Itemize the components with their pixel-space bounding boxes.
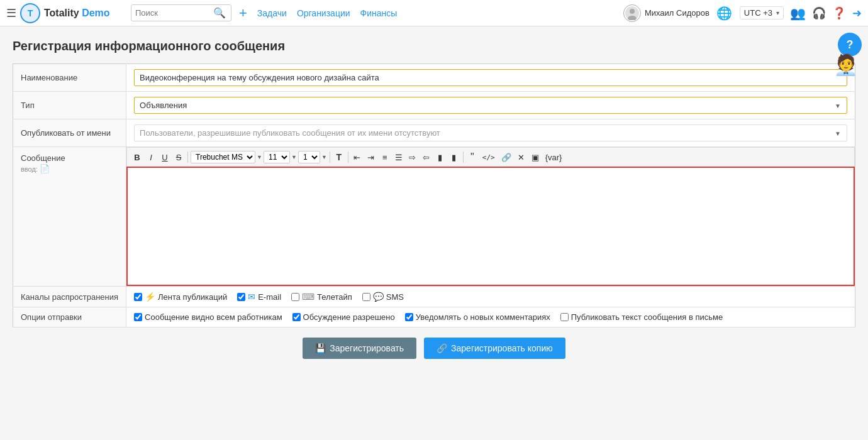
toolbar-divider-4 bbox=[463, 151, 464, 163]
outdent-button[interactable]: ⇦ bbox=[420, 151, 433, 163]
nav-finances[interactable]: Финансы bbox=[360, 8, 398, 18]
spacing-dropdown-icon: ▼ bbox=[321, 154, 327, 160]
options-cell: Сообщение видно всем работникам Обсужден… bbox=[126, 307, 855, 327]
nav-organizations[interactable]: Организации bbox=[297, 8, 350, 18]
register-copy-icon: 🔗 bbox=[437, 343, 447, 353]
line-spacing-select[interactable]: 1 bbox=[298, 151, 320, 163]
editor-toolbar: B I U S Trebuchet MS ▼ 11 ▼ 1 bbox=[126, 147, 855, 167]
search-area[interactable]: 🔍 bbox=[131, 4, 231, 21]
app-logo: T bbox=[20, 3, 40, 23]
toolbar-divider-2 bbox=[330, 151, 330, 163]
unlink-button[interactable]: ✕ bbox=[515, 151, 528, 163]
align-right-button[interactable]: ▮ bbox=[448, 151, 460, 163]
form-row-publish-as: Опубликовать от имени Пользователи, разр… bbox=[13, 119, 855, 147]
user-avatar-icon bbox=[623, 4, 641, 22]
form-row-message: Сообщение ввод: 📄 B I U S Trebuchet MS bbox=[13, 147, 855, 287]
logo-area: ☰ T Totality Demo bbox=[6, 3, 126, 23]
channel-feed-checkbox[interactable] bbox=[134, 293, 142, 301]
blockquote-button[interactable]: " bbox=[466, 150, 479, 164]
toolbar-divider-1 bbox=[187, 151, 188, 163]
register-label: Зарегистрировать bbox=[330, 343, 404, 353]
message-label-cell: Сообщение ввод: 📄 bbox=[13, 147, 126, 287]
option-notify-comments-checkbox[interactable] bbox=[405, 313, 413, 321]
register-copy-button[interactable]: 🔗 Зарегистрировать копию bbox=[424, 338, 565, 359]
form-buttons: 💾 Зарегистрировать 🔗 Зарегистрировать ко… bbox=[13, 338, 855, 359]
channel-email-checkbox[interactable] bbox=[237, 293, 245, 301]
publish-as-select[interactable]: Пользователи, разрешившие публиковать со… bbox=[134, 124, 847, 141]
align-center-button[interactable]: ⇥ bbox=[365, 151, 377, 163]
indent-button[interactable]: ⇨ bbox=[406, 151, 419, 163]
channel-email: ✉ E-mail bbox=[237, 292, 281, 302]
font-size-select[interactable]: 11 bbox=[264, 151, 290, 163]
message-sub-area: ввод: 📄 bbox=[21, 164, 118, 173]
message-label-area: Сообщение ввод: 📄 bbox=[21, 153, 118, 173]
channel-feed: ⚡ Лента публикаций bbox=[134, 292, 227, 302]
timezone-selector[interactable]: UTC +3 ▾ bbox=[740, 6, 784, 19]
name-input-cell bbox=[126, 64, 855, 92]
channels-list: ⚡ Лента публикаций ✉ E-mail ⌨ Телетайп bbox=[134, 292, 847, 302]
add-button[interactable]: + bbox=[239, 5, 247, 21]
bold-button[interactable]: B bbox=[131, 151, 143, 163]
channel-email-label: E-mail bbox=[258, 292, 281, 302]
channel-teletype: ⌨ Телетайп bbox=[291, 292, 352, 302]
channel-sms-label: SMS bbox=[386, 292, 404, 302]
option-discussion-checkbox[interactable] bbox=[292, 313, 301, 321]
variable-button[interactable]: {var} bbox=[543, 151, 565, 163]
headset-icon[interactable]: 🎧 bbox=[812, 6, 826, 20]
option-discussion: Обсуждение разрешено bbox=[292, 312, 395, 322]
doc-icon[interactable]: 📄 bbox=[40, 164, 50, 173]
message-label: Сообщение bbox=[21, 153, 118, 163]
text-color-button[interactable]: T bbox=[333, 151, 345, 163]
justify-button[interactable]: ▮ bbox=[434, 151, 447, 163]
font-family-select[interactable]: Trebuchet MS bbox=[191, 151, 255, 163]
channel-sms: 💬 SMS bbox=[362, 292, 404, 302]
publish-as-label: Опубликовать от имени bbox=[13, 119, 126, 147]
name-label: Наименование bbox=[13, 64, 126, 92]
register-icon: 💾 bbox=[315, 343, 326, 353]
italic-button[interactable]: I bbox=[145, 151, 157, 163]
underline-button[interactable]: U bbox=[159, 151, 171, 163]
type-select-wrapper: Объявления bbox=[134, 97, 847, 114]
size-dropdown-icon: ▼ bbox=[291, 154, 297, 160]
page-title: Регистрация информационного сообщения bbox=[13, 39, 855, 53]
message-sub-text: ввод: bbox=[21, 165, 38, 173]
svg-point-3 bbox=[630, 9, 635, 14]
search-input[interactable] bbox=[135, 8, 211, 18]
logout-icon[interactable]: ➜ bbox=[852, 6, 862, 20]
link-button[interactable]: 🔗 bbox=[499, 151, 514, 163]
nav-tasks[interactable]: Задачи bbox=[257, 8, 287, 18]
option-visible-all-checkbox[interactable] bbox=[134, 313, 142, 321]
type-select[interactable]: Объявления bbox=[134, 97, 847, 114]
strikethrough-button[interactable]: S bbox=[172, 151, 185, 163]
message-editor[interactable] bbox=[126, 167, 855, 286]
teletype-icon: ⌨ bbox=[302, 292, 314, 302]
name-input[interactable] bbox=[134, 69, 847, 86]
users-icon[interactable]: 👥 bbox=[790, 6, 806, 21]
code-button[interactable]: </> bbox=[480, 152, 498, 163]
hamburger-icon[interactable]: ☰ bbox=[6, 6, 16, 20]
list-ordered-button[interactable]: ☰ bbox=[392, 151, 405, 163]
register-button[interactable]: 💾 Зарегистрировать bbox=[303, 338, 416, 359]
timezone-dropdown-icon: ▾ bbox=[776, 9, 779, 16]
form-table: Наименование Тип Объявления Опубликовать… bbox=[13, 63, 855, 327]
list-unordered-button[interactable]: ≡ bbox=[379, 151, 391, 163]
user-area[interactable]: Михаил Сидоров bbox=[623, 4, 709, 22]
email-icon: ✉ bbox=[248, 292, 255, 302]
help-icon[interactable]: ❓ bbox=[832, 6, 846, 20]
sms-icon: 💬 bbox=[373, 292, 384, 302]
option-publish-text-checkbox[interactable] bbox=[560, 313, 569, 321]
help-figure-icon: 🧑‍💼 bbox=[833, 53, 859, 77]
svg-text:T: T bbox=[28, 8, 33, 18]
app-title: Totality Demo bbox=[44, 8, 110, 19]
form-row-type: Тип Объявления bbox=[13, 92, 855, 119]
form-row-name: Наименование bbox=[13, 64, 855, 92]
user-name: Михаил Сидоров bbox=[645, 8, 709, 18]
option-notify-comments: Уведомлять о новых комментариях bbox=[405, 312, 550, 322]
image-button[interactable]: ▣ bbox=[529, 151, 542, 163]
search-icon[interactable]: 🔍 bbox=[213, 7, 226, 19]
channel-sms-checkbox[interactable] bbox=[362, 293, 370, 301]
timezone-value: UTC +3 bbox=[744, 8, 772, 18]
channel-teletype-checkbox[interactable] bbox=[291, 293, 299, 301]
main-nav: Задачи Организации Финансы bbox=[257, 8, 397, 18]
align-left-button[interactable]: ⇤ bbox=[351, 151, 364, 163]
